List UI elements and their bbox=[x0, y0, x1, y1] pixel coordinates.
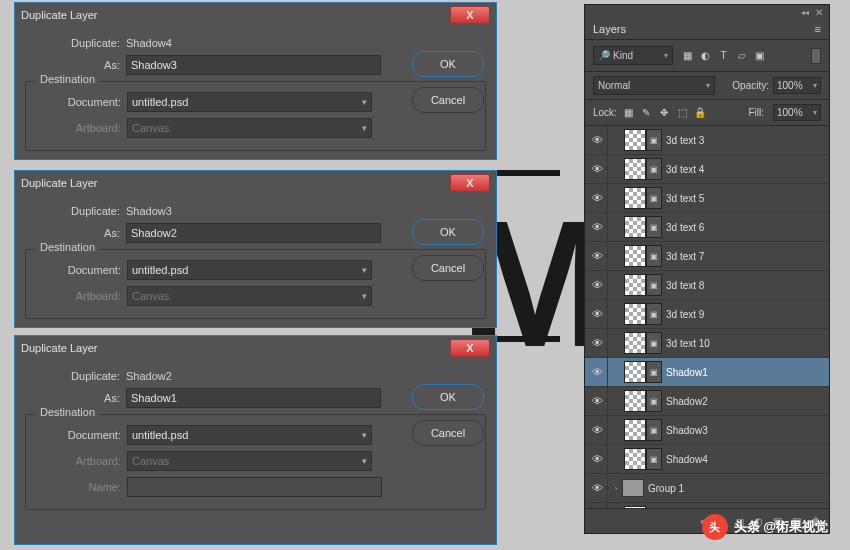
layer-name[interactable]: Group 1 bbox=[648, 483, 684, 494]
title-bar[interactable]: Duplicate Layer X bbox=[15, 171, 496, 195]
layer-name[interactable]: 3d text 5 bbox=[666, 193, 704, 204]
layer-thumbnail[interactable] bbox=[624, 274, 646, 296]
close-button[interactable]: X bbox=[450, 174, 490, 192]
ok-button[interactable]: OK bbox=[412, 51, 484, 77]
layers-tab[interactable]: Layers bbox=[593, 23, 626, 35]
layer-row[interactable]: 👁▣Shadow3 bbox=[585, 416, 829, 445]
title-bar[interactable]: Duplicate Layer X bbox=[15, 3, 496, 27]
layer-row[interactable]: 👁▣3d text 4 bbox=[585, 155, 829, 184]
visibility-icon[interactable]: 👁 bbox=[589, 395, 605, 407]
as-input[interactable] bbox=[126, 388, 381, 408]
layer-thumbnail[interactable] bbox=[624, 245, 646, 267]
duplicate-layer-dialog-2: Duplicate Layer X Duplicate:Shadow3 As: … bbox=[14, 170, 497, 328]
duplicate-label: Duplicate: bbox=[25, 37, 126, 49]
close-button[interactable]: X bbox=[450, 339, 490, 357]
artboard-label: Artboard: bbox=[26, 455, 127, 467]
layer-thumbnail[interactable] bbox=[624, 390, 646, 412]
layer-name[interactable]: 3d text 7 bbox=[666, 251, 704, 262]
blend-mode-combo[interactable]: Normal▾ bbox=[593, 76, 715, 95]
close-button[interactable]: X bbox=[450, 6, 490, 24]
visibility-icon[interactable]: 👁 bbox=[589, 134, 605, 146]
filter-kind-combo[interactable]: 🔎Kind▾ bbox=[593, 46, 673, 65]
visibility-icon[interactable]: 👁 bbox=[589, 366, 605, 378]
layer-thumbnail[interactable] bbox=[624, 216, 646, 238]
layer-row[interactable]: 👁▣3d text 7 bbox=[585, 242, 829, 271]
fill-input[interactable]: 100%▾ bbox=[773, 104, 821, 121]
layer-name[interactable]: 3d text 4 bbox=[666, 164, 704, 175]
as-input[interactable] bbox=[126, 55, 381, 75]
visibility-icon[interactable]: 👁 bbox=[589, 424, 605, 436]
layer-thumbnail[interactable] bbox=[624, 419, 646, 441]
document-combo[interactable]: untitled.psd▾ bbox=[127, 260, 372, 280]
visibility-icon[interactable]: 👁 bbox=[589, 250, 605, 262]
expand-icon[interactable]: › bbox=[610, 484, 622, 493]
layer-row[interactable]: 👁▣3d text 8 bbox=[585, 271, 829, 300]
layer-row[interactable]: 👁▣Shadow1 bbox=[585, 358, 829, 387]
layer-name[interactable]: 3d text 10 bbox=[666, 338, 710, 349]
chevron-down-icon: ▾ bbox=[362, 97, 367, 107]
layer-thumbnail[interactable] bbox=[624, 506, 646, 508]
layer-row[interactable]: 👁▣3d text 6 bbox=[585, 213, 829, 242]
layer-thumbnail[interactable] bbox=[624, 129, 646, 151]
layer-name[interactable]: Shadow3 bbox=[666, 425, 708, 436]
layer-thumbnail[interactable] bbox=[624, 187, 646, 209]
panel-collapse-bar[interactable]: ◂◂✕ bbox=[585, 5, 829, 19]
layer-row[interactable]: 👁▣Shadow2 bbox=[585, 387, 829, 416]
filter-toggle[interactable] bbox=[811, 48, 821, 64]
ok-button[interactable]: OK bbox=[412, 384, 484, 410]
layer-name[interactable]: Shadow1 bbox=[666, 367, 708, 378]
panel-menu-icon[interactable]: ≡ bbox=[815, 23, 821, 35]
layer-row[interactable]: 👁▣3d text 10 bbox=[585, 329, 829, 358]
layer-thumbnail[interactable] bbox=[624, 448, 646, 470]
document-combo[interactable]: untitled.psd▾ bbox=[127, 92, 372, 112]
layer-name[interactable]: 3d text 3 bbox=[666, 135, 704, 146]
layer-thumbnail[interactable] bbox=[624, 332, 646, 354]
cancel-button[interactable]: Cancel bbox=[412, 87, 484, 113]
duplicate-label: Duplicate: bbox=[25, 370, 126, 382]
lock-image-icon[interactable]: ✎ bbox=[640, 106, 653, 119]
artboard-label: Artboard: bbox=[26, 122, 127, 134]
layer-name[interactable]: Shadow4 bbox=[666, 454, 708, 465]
layer-thumbnail[interactable] bbox=[624, 361, 646, 383]
visibility-icon[interactable]: 👁 bbox=[589, 453, 605, 465]
visibility-icon[interactable]: 👁 bbox=[589, 279, 605, 291]
cancel-button[interactable]: Cancel bbox=[412, 420, 484, 446]
layer-thumbnail[interactable] bbox=[624, 158, 646, 180]
visibility-icon[interactable]: 👁 bbox=[589, 221, 605, 233]
lock-all-icon[interactable]: 🔒 bbox=[694, 106, 707, 119]
visibility-icon[interactable]: 👁 bbox=[589, 337, 605, 349]
duplicate-layer-dialog-3: Duplicate Layer X Duplicate:Shadow2 As: … bbox=[14, 335, 497, 545]
close-icon[interactable]: ✕ bbox=[815, 7, 823, 18]
as-input[interactable] bbox=[126, 223, 381, 243]
ok-button[interactable]: OK bbox=[412, 219, 484, 245]
layer-row[interactable]: 👁▣3d text 5 bbox=[585, 184, 829, 213]
lock-transparency-icon[interactable]: ▦ bbox=[622, 106, 635, 119]
layer-row[interactable]: 👁▣3d text 3 bbox=[585, 126, 829, 155]
as-label: As: bbox=[25, 227, 126, 239]
opacity-input[interactable]: 100%▾ bbox=[773, 77, 821, 94]
lock-artboard-icon[interactable]: ⬚ bbox=[676, 106, 689, 119]
layer-name[interactable]: 3d text 8 bbox=[666, 280, 704, 291]
filter-shape-icon[interactable]: ▱ bbox=[735, 49, 748, 62]
visibility-icon[interactable]: 👁 bbox=[589, 163, 605, 175]
layer-row[interactable]: 👁▣Shadow4 bbox=[585, 445, 829, 474]
layer-row[interactable]: 👁›Group 1 bbox=[585, 474, 829, 503]
document-combo[interactable]: untitled.psd▾ bbox=[127, 425, 372, 445]
visibility-icon[interactable]: 👁 bbox=[589, 192, 605, 204]
filter-pixel-icon[interactable]: ▦ bbox=[681, 49, 694, 62]
filter-smart-icon[interactable]: ▣ bbox=[753, 49, 766, 62]
lock-position-icon[interactable]: ✥ bbox=[658, 106, 671, 119]
visibility-icon[interactable]: 👁 bbox=[589, 308, 605, 320]
filter-adjust-icon[interactable]: ◐ bbox=[699, 49, 712, 62]
chevron-down-icon: ▾ bbox=[813, 81, 817, 90]
visibility-icon[interactable]: 👁 bbox=[589, 482, 605, 494]
duplicate-label: Duplicate: bbox=[25, 205, 126, 217]
layer-row[interactable]: 👁▣3d text 9 bbox=[585, 300, 829, 329]
layer-thumbnail[interactable] bbox=[624, 303, 646, 325]
title-bar[interactable]: Duplicate Layer X bbox=[15, 336, 496, 360]
layer-name[interactable]: 3d text 9 bbox=[666, 309, 704, 320]
cancel-button[interactable]: Cancel bbox=[412, 255, 484, 281]
layer-name[interactable]: 3d text 6 bbox=[666, 222, 704, 233]
filter-type-icon[interactable]: T bbox=[717, 49, 730, 62]
layer-name[interactable]: Shadow2 bbox=[666, 396, 708, 407]
